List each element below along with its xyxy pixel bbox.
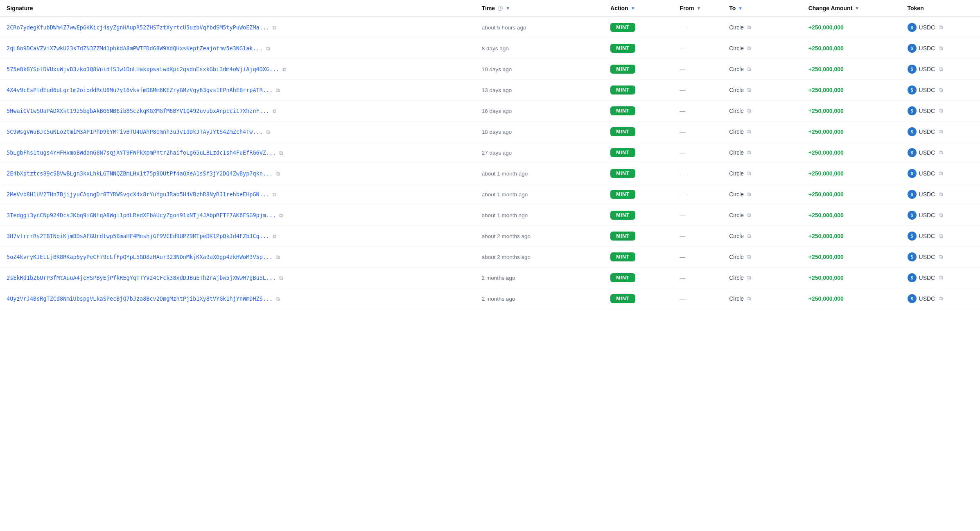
copy-signature-icon[interactable]: ⧉ <box>266 45 270 52</box>
copy-to-icon[interactable]: ⧉ <box>747 24 751 31</box>
copy-signature-icon[interactable]: ⧉ <box>279 212 283 219</box>
copy-to-icon[interactable]: ⧉ <box>747 233 751 239</box>
from-dash: — <box>680 233 685 239</box>
from-cell: — <box>673 226 723 247</box>
to-cell: Circle ⧉ <box>723 59 802 80</box>
amount-filter-icon[interactable]: ▼ <box>855 6 859 11</box>
col-header-amount[interactable]: Change Amount ▼ <box>802 0 901 17</box>
copy-to-icon[interactable]: ⧉ <box>747 274 751 281</box>
from-filter-icon[interactable]: ▼ <box>696 6 701 11</box>
copy-to-icon[interactable]: ⧉ <box>747 149 751 156</box>
token-name: USDC <box>919 254 935 260</box>
signature-link[interactable]: 4X4v9cEsPtdEud6uLgr1m2oioddRcU8Mu7y16vkv… <box>7 87 273 93</box>
col-header-to[interactable]: To ▼ <box>723 0 802 17</box>
copy-signature-icon[interactable]: ⧉ <box>273 233 276 240</box>
amount-cell: +250,000,000 <box>802 38 901 59</box>
copy-signature-icon[interactable]: ⧉ <box>276 254 280 261</box>
signature-link[interactable]: 2qL8o9DCaVZViX7wkU23sTdZN3ZZMd1phkdA8mPW… <box>7 45 263 52</box>
action-cell: MINT <box>604 226 673 247</box>
signature-link[interactable]: 4UyzVrJ4BsRgTZCd8NmiUbspgVLkaSPecBjQ7bJz… <box>7 295 273 302</box>
token-name: USDC <box>919 87 935 93</box>
to-filter-icon[interactable]: ▼ <box>738 6 743 11</box>
copy-token-icon[interactable]: ⧉ <box>939 87 943 93</box>
copy-to-icon[interactable]: ⧉ <box>747 191 751 198</box>
from-dash: — <box>680 212 685 218</box>
copy-signature-icon[interactable]: ⧉ <box>266 129 270 135</box>
time-cell: about 1 month ago <box>475 163 604 184</box>
from-cell: — <box>673 247 723 268</box>
amount-cell: +250,000,000 <box>802 226 901 247</box>
signature-link[interactable]: 5oZ4kvryKJELLjBK8RKap6yyPeCF79cLfFpQYpL5… <box>7 254 273 260</box>
copy-to-icon[interactable]: ⧉ <box>747 108 751 114</box>
copy-to-icon[interactable]: ⧉ <box>747 170 751 177</box>
token-name: USDC <box>919 274 935 281</box>
token-cell: $ USDC ⧉ <box>901 163 980 184</box>
copy-token-icon[interactable]: ⧉ <box>939 45 943 52</box>
to-cell: Circle ⧉ <box>723 17 802 38</box>
copy-signature-icon[interactable]: ⧉ <box>276 87 280 94</box>
token-name: USDC <box>919 149 935 156</box>
col-header-action[interactable]: Action ▼ <box>604 0 673 17</box>
mint-badge: MINT <box>610 294 635 303</box>
token-cell: $ USDC ⧉ <box>901 59 980 80</box>
copy-to-icon[interactable]: ⧉ <box>747 87 751 93</box>
signature-link[interactable]: 5bLgbFhs1tugs4YHFHxmoBWdanG8N7sqjAYT9FWP… <box>7 149 276 156</box>
copy-token-icon[interactable]: ⧉ <box>939 170 943 177</box>
copy-to-icon[interactable]: ⧉ <box>747 212 751 218</box>
copy-token-icon[interactable]: ⧉ <box>939 191 943 198</box>
copy-token-icon[interactable]: ⧉ <box>939 108 943 114</box>
action-cell: MINT <box>604 288 673 309</box>
signature-link[interactable]: 2CRo7ydegKfubDWm4Z7wwEpGKKicj4syZgnHAupR… <box>7 24 269 31</box>
copy-signature-icon[interactable]: ⧉ <box>279 275 283 281</box>
copy-signature-icon[interactable]: ⧉ <box>279 150 283 156</box>
token-name: USDC <box>919 66 935 72</box>
copy-token-icon[interactable]: ⧉ <box>939 149 943 156</box>
copy-token-icon[interactable]: ⧉ <box>939 295 943 302</box>
copy-to-icon[interactable]: ⧉ <box>747 254 751 260</box>
col-header-from[interactable]: From ▼ <box>673 0 723 17</box>
signature-link[interactable]: 3Tedggi3ynCNp924DcsJKbq9iGNtqA8Wgi1pdLRe… <box>7 212 276 218</box>
signature-link[interactable]: 2MeVvb8H1UV2THn7BjijyuCAqngDr8TYRWSvqcX4… <box>7 191 269 198</box>
copy-signature-icon[interactable]: ⧉ <box>273 191 276 198</box>
copy-token-icon[interactable]: ⧉ <box>939 24 943 31</box>
copy-to-icon[interactable]: ⧉ <box>747 45 751 52</box>
signature-link[interactable]: 5C9WsgVWuBJc5uNLo2tmiM3AP1PhD9bYMTivBTU4… <box>7 128 263 135</box>
copy-to-icon[interactable]: ⧉ <box>747 66 751 72</box>
signature-cell: 2E4bXptztcs89cSBVwBLgn3kxLhkLGTNNQZBmLHx… <box>0 163 475 184</box>
table-row: 4UyzVrJ4BsRgTZCd8NmiUbspgVLkaSPecBjQ7bJz… <box>0 288 980 309</box>
signature-link[interactable]: 2E4bXptztcs89cSBVwBLgn3kxLhkLGTNNQZBmLHx… <box>7 170 273 177</box>
copy-token-icon[interactable]: ⧉ <box>939 66 943 72</box>
copy-token-icon[interactable]: ⧉ <box>939 128 943 135</box>
amount-cell: +250,000,000 <box>802 247 901 268</box>
copy-signature-icon[interactable]: ⧉ <box>273 108 276 115</box>
copy-to-icon[interactable]: ⧉ <box>747 128 751 135</box>
copy-to-icon[interactable]: ⧉ <box>747 295 751 302</box>
to-value: Circle <box>729 108 744 114</box>
table-row: 3H7vtrrrRs2TBTNoiKjmBDsAFGUrdtwp5BmaHF4M… <box>0 226 980 247</box>
token-name: USDC <box>919 108 935 114</box>
copy-signature-icon[interactable]: ⧉ <box>276 171 280 177</box>
amount-cell: +250,000,000 <box>802 288 901 309</box>
action-filter-icon[interactable]: ▼ <box>631 6 635 11</box>
copy-token-icon[interactable]: ⧉ <box>939 212 943 218</box>
copy-token-icon[interactable]: ⧉ <box>939 274 943 281</box>
copy-signature-icon[interactable]: ⧉ <box>282 66 286 73</box>
copy-token-icon[interactable]: ⧉ <box>939 233 943 239</box>
clock-filter-icon[interactable]: 🕐 <box>497 6 503 11</box>
signature-link[interactable]: 575e8k8YSotDVUxuWjvD3zko3Q8VnidfS1w1DnLH… <box>7 66 279 72</box>
time-filter-icon[interactable]: ▼ <box>506 6 510 11</box>
transactions-table: Signature Time 🕐 ▼ Action ▼ <box>0 0 980 309</box>
col-header-signature: Signature <box>0 0 475 17</box>
signature-header-label: Signature <box>7 5 33 11</box>
from-dash: — <box>680 128 685 135</box>
from-dash: — <box>680 149 685 156</box>
to-value: Circle <box>729 170 744 177</box>
time-cell: about 2 months ago <box>475 247 604 268</box>
copy-token-icon[interactable]: ⧉ <box>939 254 943 260</box>
copy-signature-icon[interactable]: ⧉ <box>276 296 280 302</box>
signature-link[interactable]: 5HwaiCV1wSUaPADXXkt19z5bgbAkBG6NB6ib8Scz… <box>7 108 269 114</box>
signature-link[interactable]: 2sEkRd1bZ6UrP3fMtAuuA4jeHSPByEjPfkREgYqT… <box>7 274 276 281</box>
signature-link[interactable]: 3H7vtrrrRs2TBTNoiKjmBDsAFGUrdtwp5BmaHF4M… <box>7 233 269 239</box>
col-header-time[interactable]: Time 🕐 ▼ <box>475 0 604 17</box>
copy-signature-icon[interactable]: ⧉ <box>273 25 276 31</box>
